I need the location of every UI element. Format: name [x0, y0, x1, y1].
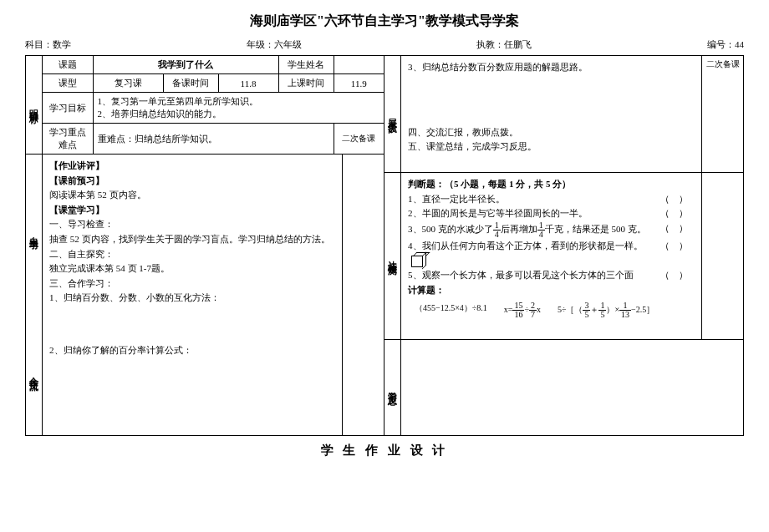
present-item3: 3、归纳总结分数百分数应用题的解题思路。	[408, 60, 695, 75]
number-value: 44	[735, 39, 744, 49]
type-label: 课型	[43, 74, 93, 93]
second-prep-col-left	[342, 155, 384, 310]
section-reflect-label: 学习反思	[384, 340, 401, 435]
preview-content: 阅读课本第 52 页内容。	[49, 188, 335, 203]
number-label: 编号：	[707, 38, 735, 51]
present-item5: 五、课堂总结，完成学习反思。	[408, 139, 695, 155]
j3: 3、500 克的水减少了14后再增加14千克，结果还是 500 克。	[408, 221, 646, 239]
coop-item: 2、归纳你了解的百分率计算公式：	[49, 343, 335, 358]
present-content: 3、归纳总结分数百分数应用题的解题思路。 四、交流汇报，教师点拨。 五、课堂总结…	[401, 56, 701, 172]
paren3: （ ）	[660, 221, 688, 239]
grade-label: 年级：	[247, 38, 274, 51]
topic-label: 课题	[43, 56, 93, 74]
class-time-label: 上课时间	[278, 74, 334, 93]
student-name-label: 学生姓名	[278, 56, 334, 74]
paren1: （ ）	[660, 192, 688, 207]
step3: 三、合作学习：	[49, 276, 335, 291]
paren4: （ ）	[660, 239, 688, 268]
paren5: （ ）	[660, 268, 688, 283]
coop-content: 2、归纳你了解的百分率计算公式：	[43, 310, 342, 435]
selfstudy-content: 【作业讲评】 【课前预习】 阅读课本第 52 页内容。 【课堂学习】 一、导习检…	[43, 155, 342, 310]
calc2: x=1516÷27x	[504, 301, 541, 319]
j4: 4、我们从任何方向看这个正方体，看到的形状都是一样。	[408, 239, 660, 268]
section-test-label: 达标检测	[384, 173, 401, 339]
student-name-cell	[334, 56, 384, 74]
step2-content: 独立完成课本第 54 页 1-7题。	[49, 261, 335, 276]
topic-value: 我学到了什么	[93, 56, 278, 74]
objectives-cell: 1、复习第一单元至第四单元所学知识。 2、培养归纳总结知识的能力。	[93, 93, 384, 124]
section-coop-label: 合作交流	[26, 310, 43, 435]
second-prep-col-left2	[342, 310, 384, 435]
judge-title: 判断题：（5 小题，每题 1 分，共 5 分）	[408, 177, 695, 192]
teacher-value: 任鹏飞	[504, 38, 532, 51]
subject-label: 科目：	[25, 38, 53, 51]
teacher-label: 执教：	[476, 38, 504, 51]
objective-2: 2、培养归纳总结知识的能力。	[98, 108, 380, 120]
grade-value: 六年级	[274, 38, 302, 51]
prep-time-value: 11.8	[218, 74, 278, 93]
j1: 1、直径一定比半径长。	[408, 192, 505, 207]
info-table: 课题 我学到了什么 学生姓名 课型 复习课 备课时间 11.8 上课时间 11.…	[43, 56, 384, 154]
subject-value: 数学	[53, 38, 71, 51]
test-content: 判断题：（5 小题，每题 1 分，共 5 分） 1、直径一定比半径长。（ ） 2…	[401, 173, 701, 339]
prep-time-label: 备课时间	[163, 74, 218, 93]
objective-1: 1、复习第一单元至第四单元所学知识。	[98, 95, 380, 108]
objectives-label: 学习目标	[43, 93, 93, 124]
j5: 5、观察一个长方体，最多可以看见这个长方体的三个面	[408, 268, 634, 283]
reflect-body	[401, 340, 743, 435]
step1: 一、导习检查：	[49, 217, 335, 232]
cube-icon	[411, 256, 423, 267]
page-title: 海则庙学区"六环节自主学习"教学模式导学案	[25, 13, 744, 30]
second-prep-right: 二次备课	[701, 56, 743, 172]
calc-title: 计算题：	[408, 283, 695, 298]
calc3: 5÷［（35＋15）×113−2.5］	[558, 301, 654, 319]
section-selfstudy-label: 自主学习	[26, 155, 43, 310]
second-prep-left: 二次备课	[334, 124, 384, 155]
class-study: 【课堂学习】	[49, 203, 335, 218]
calc-row: （455−12.5×4）÷8.1 x=1516÷27x 5÷［（35＋15）×1…	[408, 297, 695, 323]
type-value: 复习课	[93, 74, 163, 93]
section-present-label: 展示点拨	[384, 56, 401, 172]
class-time-value: 11.9	[334, 74, 384, 93]
step2: 二、自主探究：	[49, 247, 335, 262]
hw-review: 【作业讲评】	[49, 159, 335, 174]
step3-content: 1、归纳百分数、分数、小数的互化方法：	[49, 291, 335, 306]
footer-title: 学 生 作 业 设 计	[25, 443, 744, 459]
main-grid: 明确目标 课题 我学到了什么 学生姓名 课型 复习课 备课时间	[25, 55, 744, 436]
j2: 2、半圆的周长是与它等半径圆周长的一半。	[408, 206, 588, 221]
paren2: （ ）	[660, 206, 688, 221]
second-prep-right2	[701, 173, 743, 339]
header-row: 科目：数学 年级：六年级 执教：任鹏飞 编号：44	[25, 38, 744, 51]
step1-content: 抽查 52 页内容，找到学生关于圆的学习盲点。学习归纳总结的方法。	[49, 232, 335, 247]
preview: 【课前预习】	[49, 174, 335, 189]
present-item4: 四、交流汇报，教师点拨。	[408, 125, 695, 140]
keypoints-label: 学习重点难点	[43, 124, 93, 155]
section-goals-label: 明确目标	[26, 56, 43, 154]
keypoints-value: 重难点：归纳总结所学知识。	[93, 124, 334, 155]
calc1: （455−12.5×4）÷8.1	[415, 301, 487, 319]
